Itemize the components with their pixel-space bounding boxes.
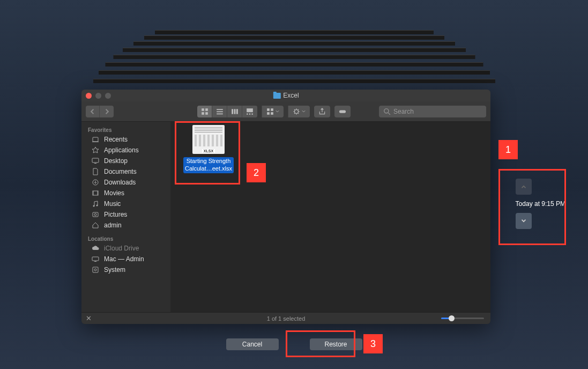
svg-rect-14 [267, 108, 270, 111]
sidebar-item-recents[interactable]: Recents [81, 134, 170, 145]
svg-point-20 [384, 108, 389, 113]
svg-rect-28 [97, 191, 98, 195]
arrange-button[interactable] [262, 106, 284, 117]
svg-rect-35 [93, 267, 98, 272]
annotation-3-box [286, 330, 355, 357]
search-icon [383, 108, 391, 115]
svg-rect-13 [252, 113, 253, 114]
svg-rect-5 [217, 111, 223, 112]
svg-rect-7 [232, 109, 233, 114]
view-mode-segment [197, 106, 257, 117]
annotation-1-box [498, 169, 566, 245]
minimize-button[interactable] [95, 93, 101, 99]
annotation-1: 1 [498, 140, 518, 159]
icon-view-button[interactable] [197, 106, 212, 117]
action-button[interactable] [288, 106, 310, 117]
statusbar: ✕ 1 of 1 selected [81, 312, 490, 324]
svg-rect-9 [236, 109, 237, 114]
cloud-icon [91, 245, 100, 252]
sidebar-item-documents[interactable]: Documents [81, 166, 170, 177]
svg-rect-2 [202, 112, 204, 115]
svg-point-32 [94, 213, 96, 216]
locations-header: Locations [81, 234, 170, 243]
sidebar: Favorites Recents Applications Desktop D… [81, 122, 170, 312]
status-close-icon[interactable]: ✕ [86, 314, 92, 322]
svg-rect-31 [93, 212, 98, 217]
svg-rect-11 [247, 113, 248, 114]
tags-button[interactable] [334, 106, 351, 117]
movies-icon [91, 189, 100, 197]
svg-point-30 [96, 205, 98, 206]
pictures-icon [91, 211, 100, 218]
favorites-header: Favorites [81, 125, 170, 134]
annotation-3: 3 [363, 334, 383, 353]
finder-window: Excel Search Favorites Recents [81, 90, 490, 324]
svg-rect-3 [205, 112, 208, 115]
svg-rect-12 [249, 113, 250, 114]
gallery-view-button[interactable] [242, 106, 257, 117]
back-button[interactable] [86, 106, 100, 117]
music-icon [91, 200, 100, 208]
cancel-button[interactable]: Cancel [226, 338, 279, 350]
status-text: 1 of 1 selected [267, 315, 306, 322]
maximize-button[interactable] [105, 93, 111, 99]
sidebar-item-system[interactable]: System [81, 264, 170, 275]
zoom-slider[interactable] [441, 318, 484, 319]
svg-rect-17 [271, 112, 273, 115]
window-title: Excel [273, 92, 299, 99]
home-icon [91, 222, 100, 229]
forward-button[interactable] [100, 106, 114, 117]
desktop-icon [91, 157, 100, 165]
sidebar-item-downloads[interactable]: Downloads [81, 177, 170, 188]
svg-rect-16 [267, 112, 270, 115]
svg-rect-1 [205, 108, 208, 111]
share-button[interactable] [314, 106, 330, 117]
sidebar-item-applications[interactable]: Applications [81, 145, 170, 156]
toolbar: Search [81, 101, 490, 122]
nav-buttons [86, 106, 114, 117]
svg-rect-22 [92, 142, 99, 142]
downloads-icon [91, 179, 100, 186]
applications-icon [91, 146, 100, 154]
svg-rect-24 [94, 163, 96, 164]
annotation-2: 2 [247, 163, 266, 182]
recents-icon [91, 136, 100, 143]
annotation-2-box [175, 121, 240, 184]
sidebar-item-movies[interactable]: Movies [81, 188, 170, 198]
svg-rect-34 [94, 261, 96, 262]
list-view-button[interactable] [212, 106, 227, 117]
titlebar: Excel [81, 90, 490, 101]
svg-rect-21 [93, 137, 98, 142]
folder-icon [273, 93, 280, 99]
documents-icon [91, 168, 100, 175]
sidebar-item-icloud[interactable]: iCloud Drive [81, 243, 170, 254]
svg-rect-19 [339, 110, 346, 113]
sidebar-item-pictures[interactable]: Pictures [81, 209, 170, 220]
title-text: Excel [283, 92, 299, 99]
svg-point-36 [94, 269, 96, 271]
svg-rect-33 [92, 257, 99, 261]
column-view-button[interactable] [227, 106, 242, 117]
svg-rect-10 [247, 108, 253, 112]
svg-rect-4 [217, 109, 223, 110]
svg-rect-0 [202, 108, 204, 111]
sidebar-item-mac[interactable]: Mac — Admin [81, 254, 170, 264]
sidebar-item-admin[interactable]: admin [81, 220, 170, 231]
svg-rect-6 [217, 113, 223, 114]
sidebar-item-desktop[interactable]: Desktop [81, 156, 170, 166]
traffic-lights [86, 93, 111, 99]
search-field[interactable]: Search [379, 106, 486, 117]
sidebar-item-music[interactable]: Music [81, 198, 170, 209]
svg-point-29 [93, 205, 95, 207]
close-button[interactable] [86, 93, 92, 99]
disk-icon [91, 266, 100, 274]
svg-rect-8 [234, 109, 235, 114]
search-placeholder: Search [393, 108, 414, 115]
svg-rect-15 [271, 108, 273, 111]
svg-rect-23 [92, 158, 99, 163]
computer-icon [91, 255, 100, 263]
svg-rect-27 [93, 191, 94, 195]
